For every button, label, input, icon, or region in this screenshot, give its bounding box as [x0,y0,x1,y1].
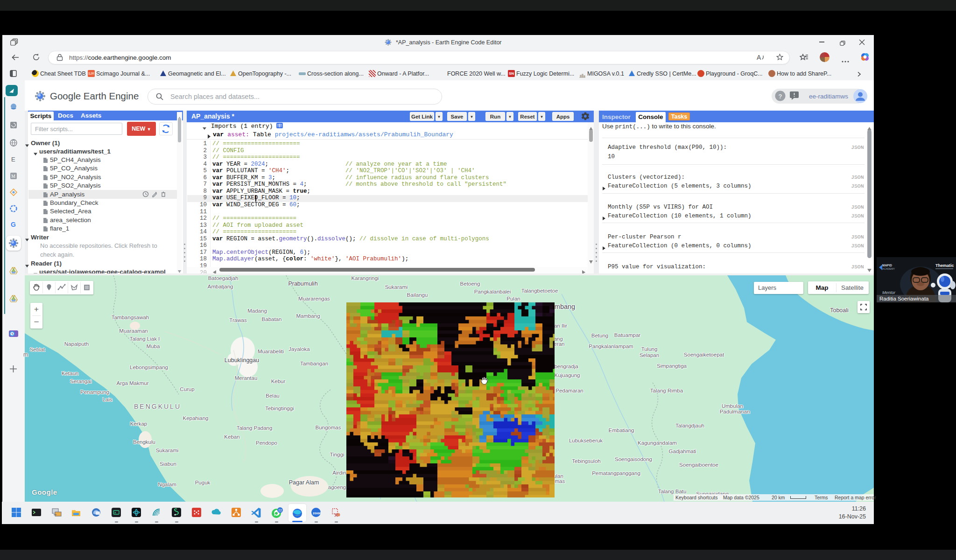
svg-text:Thematic: Thematic [935,263,954,268]
svg-text:Mentor: Mentor [882,290,896,295]
svg-text:E: E [11,156,15,163]
svg-text:M: M [11,174,15,179]
svg-text:A: A [757,54,761,61]
svg-text:Raditia Soeriawinata: Raditia Soeriawinata [879,296,929,301]
svg-text:zoom: zoom [313,511,321,515]
svg-text:ACADEMY: ACADEMY [882,267,895,270]
svg-text:MAPID: MAPID [882,264,892,267]
svg-text:22: 22 [278,509,282,512]
svg-text:?: ? [779,93,782,100]
svg-text:G: G [11,221,16,228]
